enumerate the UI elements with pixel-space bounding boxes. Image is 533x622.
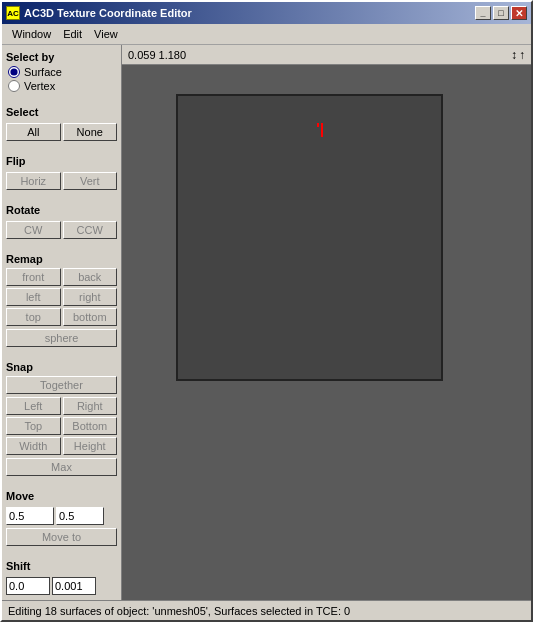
snap-left-button[interactable]: Left	[6, 397, 61, 415]
coord-bar: 0.059 1.180 ↕ ↑	[122, 45, 531, 65]
select-none-button[interactable]: None	[63, 123, 118, 141]
flip-horiz-button[interactable]: Horiz	[6, 172, 61, 190]
snap-bottom-button[interactable]: Bottom	[63, 417, 118, 435]
coord-display: 0.059 1.180	[128, 49, 186, 61]
close-button[interactable]: ✕	[511, 6, 527, 20]
svg-rect-0	[177, 95, 442, 380]
canvas-area[interactable]	[122, 65, 531, 600]
status-text: Editing 18 surfaces of object: 'unmesh05…	[8, 605, 350, 617]
snap-label: Snap	[6, 361, 117, 373]
snap-width-button[interactable]: Width	[6, 437, 61, 455]
remap-left-button[interactable]: left	[6, 288, 61, 306]
maximize-button[interactable]: □	[493, 6, 509, 20]
up-icon[interactable]: ↑	[519, 48, 525, 62]
move-inputs	[6, 507, 117, 525]
move-x-input[interactable]	[6, 507, 54, 525]
main-window: AC AC3D Texture Coordinate Editor _ □ ✕ …	[0, 0, 533, 622]
move-y-input[interactable]	[56, 507, 104, 525]
snap-together-button[interactable]: Together	[6, 376, 117, 394]
radio-vertex-label: Vertex	[24, 80, 55, 92]
snap-height-button[interactable]: Height	[63, 437, 118, 455]
flip-buttons: Horiz Vert	[6, 172, 117, 190]
fit-icon[interactable]: ↕	[511, 48, 517, 62]
remap-sphere-button[interactable]: sphere	[6, 329, 117, 347]
select-buttons: All None	[6, 123, 117, 141]
coord-icons: ↕ ↑	[511, 48, 525, 62]
minimize-button[interactable]: _	[475, 6, 491, 20]
remap-buttons: front back left right top bottom	[6, 268, 117, 326]
snap-max-button[interactable]: Max	[6, 458, 117, 476]
select-by-label: Select by	[6, 51, 117, 63]
main-area: Select by Surface Vertex Select All None	[2, 45, 531, 600]
shift-y-input[interactable]	[52, 577, 96, 595]
right-panel: 0.059 1.180 ↕ ↑	[122, 45, 531, 600]
remap-bottom-button[interactable]: bottom	[63, 308, 118, 326]
select-all-button[interactable]: All	[6, 123, 61, 141]
snap-right-button[interactable]: Right	[63, 397, 118, 415]
shift-x-input[interactable]	[6, 577, 50, 595]
shift-inputs	[6, 577, 117, 595]
rotate-cw-button[interactable]: CW	[6, 221, 61, 239]
flip-label: Flip	[6, 155, 117, 167]
select-label: Select	[6, 106, 117, 118]
rotate-label: Rotate	[6, 204, 117, 216]
menu-view[interactable]: View	[88, 26, 124, 42]
left-panel: Select by Surface Vertex Select All None	[2, 45, 122, 600]
title-buttons: _ □ ✕	[475, 6, 527, 20]
rotate-ccw-button[interactable]: CCW	[63, 221, 118, 239]
select-by-group: Surface Vertex	[6, 66, 117, 92]
shift-label: Shift	[6, 560, 117, 572]
remap-right-button[interactable]: right	[63, 288, 118, 306]
remap-top-button[interactable]: top	[6, 308, 61, 326]
canvas-svg	[122, 65, 531, 600]
snap-buttons: Left Right Top Bottom Width Height	[6, 397, 117, 455]
status-bar: Editing 18 surfaces of object: 'unmesh05…	[2, 600, 531, 620]
radio-surface[interactable]: Surface	[8, 66, 117, 78]
title-bar: AC AC3D Texture Coordinate Editor _ □ ✕	[2, 2, 531, 24]
remap-back-button[interactable]: back	[63, 268, 118, 286]
remap-label: Remap	[6, 253, 117, 265]
remap-front-button[interactable]: front	[6, 268, 61, 286]
app-icon: AC	[6, 6, 20, 20]
menu-window[interactable]: Window	[6, 26, 57, 42]
radio-vertex-input[interactable]	[8, 80, 20, 92]
title-bar-left: AC AC3D Texture Coordinate Editor	[6, 6, 192, 20]
rotate-buttons: CW CCW	[6, 221, 117, 239]
menu-edit[interactable]: Edit	[57, 26, 88, 42]
snap-top-button[interactable]: Top	[6, 417, 61, 435]
window-title: AC3D Texture Coordinate Editor	[24, 7, 192, 19]
radio-surface-input[interactable]	[8, 66, 20, 78]
move-to-button[interactable]: Move to	[6, 528, 117, 546]
menu-bar: Window Edit View	[2, 24, 531, 45]
move-label: Move	[6, 490, 117, 502]
radio-vertex[interactable]: Vertex	[8, 80, 117, 92]
flip-vert-button[interactable]: Vert	[63, 172, 118, 190]
radio-surface-label: Surface	[24, 66, 62, 78]
